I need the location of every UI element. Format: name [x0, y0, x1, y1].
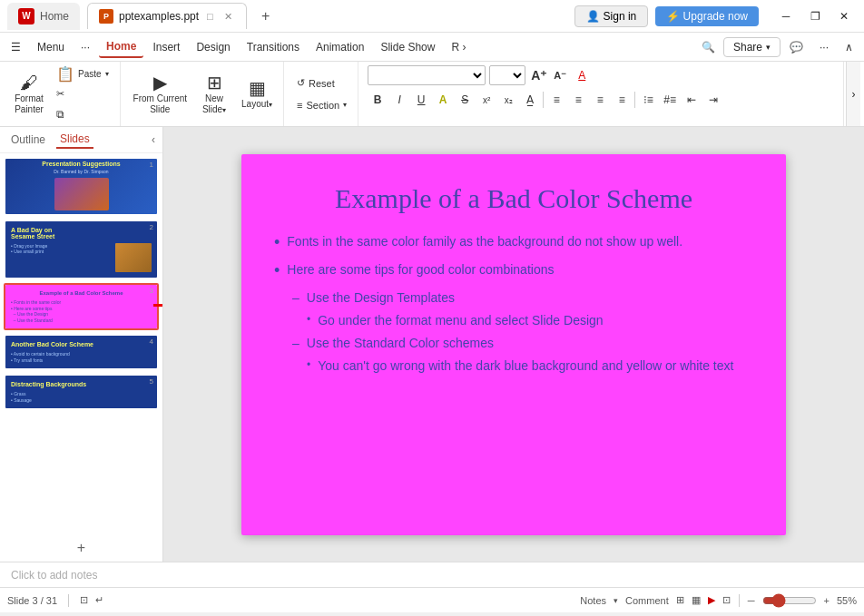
- ribbon-collapse-icon[interactable]: ∧: [838, 37, 860, 57]
- tab-x-icon[interactable]: ✕: [221, 10, 235, 24]
- align-left-button[interactable]: ≡: [546, 90, 566, 110]
- status-enter-icon[interactable]: ↵: [95, 594, 103, 606]
- slides-tab[interactable]: Slides: [56, 131, 93, 149]
- underline-button[interactable]: U: [411, 90, 431, 110]
- notes-bar[interactable]: Click to add notes: [0, 562, 864, 587]
- align-right-button[interactable]: ≡: [590, 90, 610, 110]
- menubar: ☰ Menu ··· Home Insert Design Transition…: [0, 33, 864, 62]
- section-icon: ≡: [297, 100, 302, 111]
- ribbon: 🖌 FormatPainter 📋 Paste ▾ ✂ ⧉: [0, 62, 864, 127]
- tab-close-icon[interactable]: □: [204, 10, 216, 23]
- menu-more2-icon[interactable]: ···: [812, 37, 836, 57]
- superscript-button[interactable]: x²: [476, 90, 496, 110]
- slide-thumb-2: A Bad Day onSesame Street • Drag your Im…: [5, 221, 157, 278]
- search-button[interactable]: 🔍: [696, 34, 722, 60]
- bold-button[interactable]: B: [368, 90, 388, 110]
- close-button[interactable]: ✕: [831, 4, 857, 29]
- tab-slideshow[interactable]: Slide Show: [373, 37, 442, 57]
- comment-button[interactable]: Comment: [625, 595, 669, 606]
- highlight-button[interactable]: A̲: [520, 90, 540, 110]
- layout-label: Layout▾: [241, 99, 272, 109]
- clear-format-button[interactable]: A: [572, 65, 592, 85]
- comment-icon[interactable]: 💬: [782, 37, 810, 57]
- zoom-slider[interactable]: [762, 593, 817, 608]
- ppt-logo: P: [99, 9, 113, 24]
- sidebar-collapse-button[interactable]: ‹: [152, 133, 155, 146]
- signin-button[interactable]: 👤 Sign in: [574, 5, 649, 27]
- menu-label[interactable]: Menu: [30, 37, 72, 57]
- slide-item-5[interactable]: Distracting Backgrounds • Grass• Sausage…: [4, 374, 159, 410]
- menu-more-icon[interactable]: ···: [74, 37, 97, 57]
- outline-tab[interactable]: Outline: [7, 132, 49, 148]
- ribbon-collapse-button[interactable]: ›: [846, 62, 860, 126]
- bullet-2: Here are some tips for good color combin…: [274, 260, 753, 283]
- layout-button[interactable]: ▦ Layout▾: [236, 69, 278, 120]
- justify-button[interactable]: ≡: [612, 90, 632, 110]
- view-grid-icon[interactable]: ⊞: [676, 594, 684, 606]
- add-slide-button[interactable]: +: [0, 534, 162, 562]
- paste-button[interactable]: 📋 Paste ▾: [51, 65, 114, 83]
- slide-body: Fonts in the same color family as the ba…: [274, 232, 753, 376]
- indent-more-button[interactable]: ⇥: [703, 90, 723, 110]
- font-color-button[interactable]: A: [433, 90, 453, 110]
- tab-animation[interactable]: Animation: [309, 37, 371, 57]
- font-size-select[interactable]: [489, 65, 525, 85]
- font-shrink-button[interactable]: A⁻: [552, 70, 568, 82]
- new-slide-button[interactable]: ⊞ NewSlide▾: [194, 69, 234, 120]
- tab-transitions[interactable]: Transitions: [240, 37, 307, 57]
- view-normal-icon[interactable]: ▦: [692, 594, 701, 606]
- main-area: Outline Slides ‹ Presentation Suggestion…: [0, 127, 864, 562]
- font-separator: [543, 92, 544, 108]
- notes-chevron-icon[interactable]: ▾: [614, 596, 618, 605]
- fit-page-icon[interactable]: ⊡: [80, 594, 88, 606]
- bullet-6: You can't go wrong with the dark blue ba…: [274, 357, 753, 376]
- bullet-1-text: Fonts in the same color family as the ba…: [287, 232, 682, 251]
- section-button[interactable]: ≡ Section ▾: [291, 96, 352, 114]
- subscript-button[interactable]: x₂: [498, 90, 518, 110]
- view-fit-icon[interactable]: ⊡: [722, 594, 731, 606]
- zoom-out-button[interactable]: ─: [748, 595, 755, 606]
- share-button[interactable]: Share ▾: [723, 37, 781, 57]
- tab-home[interactable]: Home: [99, 36, 143, 58]
- home-tab[interactable]: W Home: [7, 3, 80, 30]
- strikethrough-button[interactable]: S: [455, 90, 475, 110]
- align-center-button[interactable]: ≡: [568, 90, 588, 110]
- file-tab[interactable]: P pptexamples.ppt □ ✕: [87, 3, 247, 29]
- share-label: Share: [733, 41, 762, 54]
- italic-button[interactable]: I: [389, 90, 409, 110]
- font-grow-button[interactable]: A⁺: [529, 68, 548, 83]
- tab-insert[interactable]: Insert: [145, 37, 187, 57]
- upgrade-button[interactable]: ⚡ Upgrade now: [655, 6, 759, 26]
- add-tab-button[interactable]: +: [254, 5, 278, 28]
- from-current-button[interactable]: ▶ From CurrentSlide: [128, 69, 192, 120]
- notes-button[interactable]: Notes: [580, 595, 606, 606]
- slide-canvas[interactable]: Example of a Bad Color Scheme Fonts in t…: [241, 154, 786, 535]
- zoom-in-button[interactable]: +: [824, 595, 830, 606]
- menu-hamburger-icon[interactable]: ☰: [4, 37, 28, 57]
- slide-thumb-3: Example of a Bad Color Scheme • Fonts in…: [5, 285, 157, 328]
- tab-design[interactable]: Design: [189, 37, 237, 57]
- titlebar: W Home P pptexamples.ppt □ ✕ + 👤 Sign in…: [0, 0, 864, 33]
- bullet-2-text: Here are some tips for good color combin…: [287, 260, 554, 279]
- tab-more[interactable]: R ›: [444, 37, 473, 57]
- slide-item-3[interactable]: Example of a Bad Color Scheme • Fonts in…: [4, 283, 159, 330]
- copy-button[interactable]: ⧉: [51, 105, 114, 123]
- slide-item-2[interactable]: A Bad Day onSesame Street • Drag your Im…: [4, 220, 159, 279]
- bullet-4-text: Go under the format menu and select Slid…: [318, 311, 603, 330]
- ribbon-collapse-chevron-icon: ›: [852, 88, 856, 101]
- format-painter-button[interactable]: 🖌 FormatPainter: [9, 69, 49, 120]
- reset-button[interactable]: ↺ Reset: [291, 74, 340, 93]
- upgrade-label: ⚡ Upgrade now: [666, 10, 748, 23]
- font-family-select[interactable]: [368, 65, 486, 85]
- slide-number-3: 3: [150, 287, 153, 295]
- indent-less-button[interactable]: ⇤: [682, 90, 702, 110]
- slide-item-1[interactable]: Presentation Suggestions Dr. Banned by D…: [4, 157, 159, 216]
- notes-placeholder: Click to add notes: [11, 569, 97, 582]
- minimize-button[interactable]: ─: [773, 4, 799, 29]
- cut-button[interactable]: ✂: [51, 85, 114, 103]
- restore-button[interactable]: ❐: [802, 4, 828, 29]
- view-play-icon[interactable]: ▶: [708, 594, 715, 606]
- slide-item-4[interactable]: Another Bad Color Scheme • Avoid to cert…: [4, 334, 159, 370]
- list-number-button[interactable]: #≡: [660, 90, 680, 110]
- list-bullet-button[interactable]: ⁝≡: [638, 90, 658, 110]
